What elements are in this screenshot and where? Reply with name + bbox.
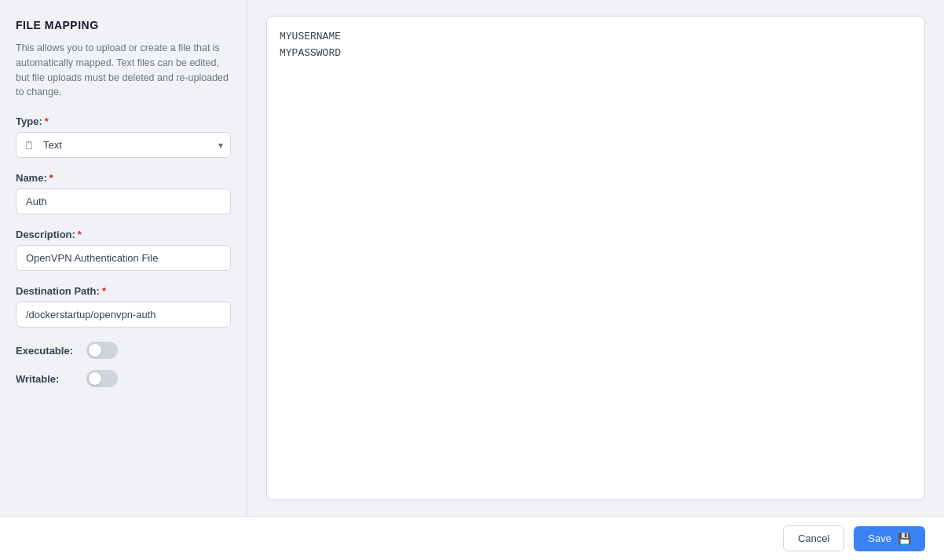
executable-slider [86, 342, 118, 359]
footer: Cancel Save 💾 [0, 516, 944, 560]
panel-title: FILE MAPPING [16, 19, 231, 31]
destination-path-form-group: Destination Path: * [16, 285, 231, 328]
executable-toggle-group: Executable: [16, 342, 231, 359]
right-panel: MYUSERNAME MYPASSWORD [247, 0, 944, 516]
destination-path-input[interactable] [16, 302, 231, 328]
name-input[interactable] [16, 188, 231, 214]
writable-toggle-group: Writable: [16, 370, 231, 387]
description-form-group: Description: * [16, 229, 231, 271]
destination-path-label: Destination Path: * [16, 285, 231, 297]
name-required-star: * [49, 172, 53, 184]
left-panel: FILE MAPPING This allows you to upload o… [0, 0, 247, 516]
type-form-group: Type: * 🗒 Text Upload ▾ [16, 115, 231, 158]
type-select-wrapper: 🗒 Text Upload ▾ [16, 132, 231, 158]
writable-toggle[interactable] [86, 370, 118, 387]
save-label: Save [868, 533, 891, 544]
executable-toggle[interactable] [86, 342, 118, 359]
cancel-button[interactable]: Cancel [783, 525, 844, 551]
name-label: Name: * [16, 172, 231, 184]
executable-label: Executable: [16, 345, 86, 357]
description-label: Description: * [16, 229, 231, 240]
description-required-star: * [78, 229, 82, 240]
type-required-star: * [45, 115, 49, 127]
destination-path-required-star: * [102, 285, 106, 297]
writable-slider [86, 370, 118, 387]
type-label: Type: * [16, 115, 231, 127]
writable-label: Writable: [16, 373, 86, 385]
text-editor[interactable]: MYUSERNAME MYPASSWORD [266, 16, 925, 500]
description-input[interactable] [16, 245, 231, 271]
save-button[interactable]: Save 💾 [854, 526, 925, 551]
type-select[interactable]: Text Upload [16, 132, 231, 158]
name-form-group: Name: * [16, 172, 231, 214]
panel-description: This allows you to upload or create a fi… [16, 41, 231, 100]
save-icon: 💾 [898, 533, 911, 545]
